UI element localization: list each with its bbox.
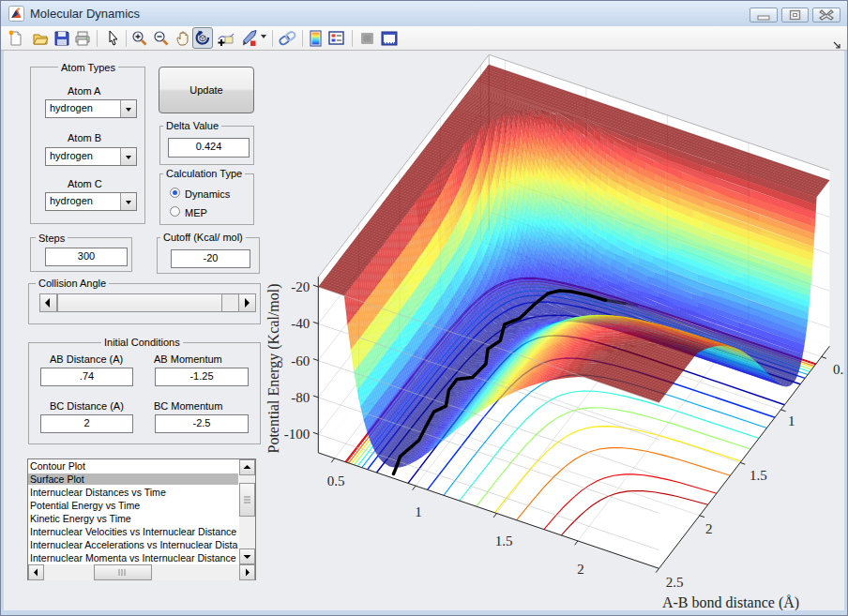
svg-text:2.5: 2.5	[666, 575, 684, 590]
svg-text:-40: -40	[291, 316, 310, 331]
svg-text:1: 1	[415, 504, 422, 519]
svg-text:0.5: 0.5	[327, 473, 345, 488]
svg-text:1: 1	[788, 413, 795, 428]
svg-text:-100: -100	[284, 427, 310, 442]
svg-text:Potential Energy (Kcal/mol): Potential Energy (Kcal/mol)	[265, 284, 282, 454]
svg-text:1.5: 1.5	[495, 533, 513, 548]
svg-text:-60: -60	[291, 353, 310, 368]
svg-text:A-B bond distance (Å): A-B bond distance (Å)	[662, 594, 799, 611]
svg-text:-80: -80	[291, 390, 310, 405]
svg-text:2: 2	[705, 521, 713, 536]
svg-text:1.5: 1.5	[750, 468, 767, 483]
svg-text:2: 2	[577, 562, 584, 577]
svg-text:-20: -20	[291, 279, 310, 294]
